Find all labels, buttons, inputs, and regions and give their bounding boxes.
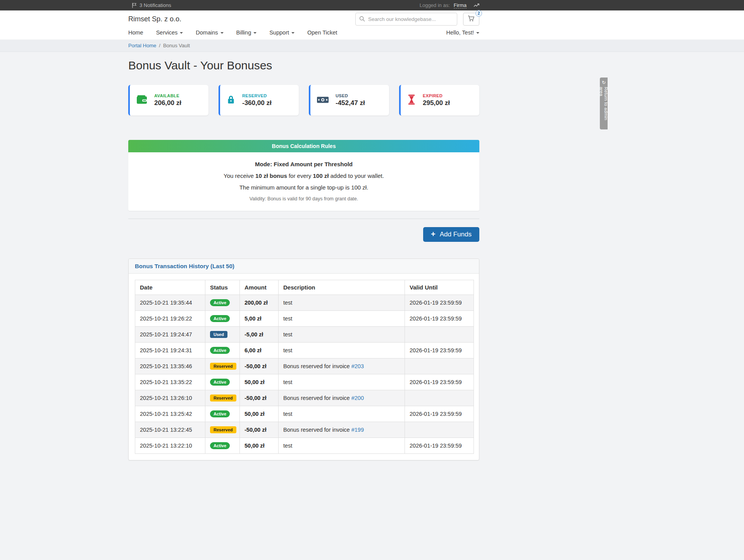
stat-label: EXPIRED [423, 93, 450, 98]
cell-valid-until [405, 422, 474, 438]
cell-valid-until [405, 390, 474, 406]
company-logo[interactable]: Rimset Sp. z o.o. [128, 15, 355, 23]
table-row: 2025-10-21 13:35:22 Active 50,00 zł test… [135, 374, 474, 390]
stat-value: 206,00 zł [154, 99, 181, 107]
stat-card-used: USED -452,47 zł [309, 85, 389, 115]
breadcrumb-portal-home[interactable]: Portal Home [128, 43, 156, 48]
breadcrumb-separator: / [159, 43, 160, 48]
account-switch-link[interactable]: Firma [454, 2, 467, 9]
cell-valid-until: 2026-01-19 23:59:59 [405, 438, 474, 454]
cart-button[interactable]: 2 [463, 13, 479, 26]
nav-services[interactable]: Services [156, 29, 183, 36]
cell-status: Reserved [205, 422, 240, 438]
invoice-link[interactable]: #199 [351, 427, 364, 433]
col-date: Date [135, 280, 205, 295]
return-to-admin-label: Return to admin area [599, 87, 608, 127]
hourglass-icon [407, 94, 416, 107]
cell-status: Active [205, 311, 240, 327]
nav-billing[interactable]: Billing [236, 29, 257, 36]
status-badge: Used [210, 331, 227, 338]
cell-status: Active [205, 438, 240, 454]
col-status: Status [205, 280, 240, 295]
cell-date: 2025-10-21 13:26:10 [135, 390, 205, 406]
chevron-down-icon [253, 32, 257, 34]
cell-valid-until: 2026-01-19 23:59:59 [405, 406, 474, 422]
notifications-button[interactable]: 3 Notifications [128, 2, 171, 8]
nav-home[interactable]: Home [128, 29, 143, 36]
table-row: 2025-10-21 19:26:22 Active 5,00 zł test … [135, 311, 474, 327]
cell-date: 2025-10-21 19:26:22 [135, 311, 205, 327]
cell-date: 2025-10-21 13:22:45 [135, 422, 205, 438]
cell-date: 2025-10-21 13:25:42 [135, 406, 205, 422]
rules-minimum-line: The minimum amount for a single top-up i… [136, 184, 472, 191]
bonus-stats: AVAILABLE 206,00 zł RESERVED -360,00 zł [128, 85, 479, 115]
cell-valid-until: 2026-01-19 23:59:59 [405, 374, 474, 390]
rules-receive-line: You receive 10 zł bonus for every 100 zł… [136, 172, 472, 179]
table-row: 2025-10-21 13:26:10 Reserved -50,00 zł B… [135, 390, 474, 406]
cell-amount: -50,00 zł [240, 358, 279, 374]
cell-status: Used [205, 327, 240, 343]
breadcrumb-current: Bonus Vault [163, 43, 190, 48]
bonus-rules-panel: Bonus Calculation Rules Mode: Fixed Amou… [128, 140, 479, 211]
cell-status: Active [205, 295, 240, 311]
cell-description: test [279, 374, 405, 390]
cell-amount: 50,00 zł [240, 438, 279, 454]
table-row: 2025-10-21 13:25:42 Active 50,00 zł test… [135, 406, 474, 422]
table-header-row: Date Status Amount Description Valid Unt… [135, 280, 474, 295]
cell-amount: 50,00 zł [240, 374, 279, 390]
search-input[interactable] [355, 13, 457, 26]
cell-status: Active [205, 343, 240, 358]
cell-description: test [279, 438, 405, 454]
cell-valid-until: 2026-01-19 23:59:59 [405, 311, 474, 327]
search-icon [359, 16, 365, 23]
cell-amount: 6,00 zł [240, 343, 279, 358]
cell-amount: 200,00 zł [240, 295, 279, 311]
add-funds-button[interactable]: + Add Funds [423, 227, 479, 242]
lock-icon [226, 94, 236, 107]
header: Rimset Sp. z o.o. 2 Home Services Domain… [0, 10, 744, 40]
nav-support[interactable]: Support [269, 29, 294, 36]
status-badge: Active [210, 299, 230, 306]
cell-amount: 5,00 zł [240, 311, 279, 327]
status-badge: Active [210, 379, 230, 386]
cell-description: Bonus reserved for invoice #199 [279, 422, 405, 438]
cell-amount: -50,00 zł [240, 422, 279, 438]
cell-amount: 50,00 zł [240, 406, 279, 422]
cell-date: 2025-10-21 19:24:47 [135, 327, 205, 343]
table-row: 2025-10-21 19:24:47 Used -5,00 zł test [135, 327, 474, 343]
cart-count-badge: 2 [475, 10, 482, 17]
cell-description: test [279, 327, 405, 343]
cell-description: Bonus reserved for invoice #203 [279, 358, 405, 374]
wallet-icon [136, 95, 148, 106]
nav-open-ticket[interactable]: Open Ticket [307, 29, 337, 36]
switch-account-icon[interactable] [474, 3, 479, 8]
cell-date: 2025-10-21 13:22:10 [135, 438, 205, 454]
main-nav: Home Services Domains Billing Support Op… [128, 29, 479, 38]
cart-icon [468, 16, 475, 23]
invoice-link[interactable]: #203 [351, 363, 364, 369]
stat-label: AVAILABLE [154, 93, 181, 98]
cell-date: 2025-10-21 19:35:44 [135, 295, 205, 311]
status-badge: Active [210, 442, 230, 449]
chevron-down-icon [476, 32, 479, 34]
table-row: 2025-10-21 13:22:10 Active 50,00 zł test… [135, 438, 474, 454]
stat-label: USED [336, 93, 365, 98]
knowledgebase-search [355, 13, 457, 26]
invoice-link[interactable]: #200 [351, 395, 364, 401]
col-description: Description [279, 280, 405, 295]
cell-amount: -50,00 zł [240, 390, 279, 406]
cell-valid-until [405, 358, 474, 374]
logged-in-label: Logged in as: [420, 2, 450, 8]
stat-value: -360,00 zł [242, 99, 272, 107]
status-badge: Reserved [210, 363, 236, 370]
status-badge: Reserved [210, 395, 236, 401]
stat-value: 295,00 zł [423, 99, 450, 107]
rules-validity-line: Validity: Bonus is valid for 90 days fro… [136, 196, 472, 202]
transaction-history-card: Bonus Transaction History (Last 50) Date… [128, 258, 479, 460]
return-to-admin-tab[interactable]: ↻ Return to admin area [600, 78, 608, 129]
stat-value: -452,47 zł [336, 99, 365, 107]
transaction-history-table: Date Status Amount Description Valid Unt… [135, 280, 474, 454]
status-badge: Active [210, 315, 230, 322]
nav-domains[interactable]: Domains [196, 29, 223, 36]
user-menu[interactable]: Hello, Test! [446, 29, 479, 36]
